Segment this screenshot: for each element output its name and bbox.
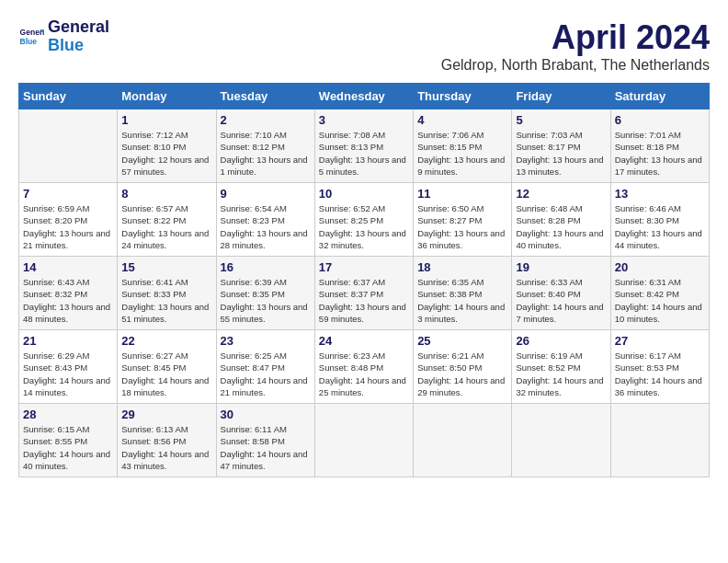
calendar-cell: 18Sunrise: 6:35 AM Sunset: 8:38 PM Dayli… (414, 257, 512, 330)
day-number: 11 (417, 187, 507, 201)
weekday-header-sunday: Sunday (19, 84, 118, 109)
calendar-table: SundayMondayTuesdayWednesdayThursdayFrid… (18, 83, 710, 477)
calendar-cell: 2Sunrise: 7:10 AM Sunset: 8:12 PM Daylig… (216, 109, 314, 183)
calendar-cell: 4Sunrise: 7:06 AM Sunset: 8:15 PM Daylig… (414, 109, 512, 183)
day-info: Sunrise: 6:23 AM Sunset: 8:48 PM Dayligh… (319, 350, 409, 398)
day-number: 19 (516, 260, 606, 274)
calendar-cell: 17Sunrise: 6:37 AM Sunset: 8:37 PM Dayli… (314, 257, 413, 330)
calendar-cell: 16Sunrise: 6:39 AM Sunset: 8:35 PM Dayli… (216, 257, 314, 330)
calendar-cell (19, 109, 118, 183)
calendar-week-1: 1Sunrise: 7:12 AM Sunset: 8:10 PM Daylig… (19, 109, 710, 183)
calendar-cell: 26Sunrise: 6:19 AM Sunset: 8:52 PM Dayli… (512, 330, 610, 404)
day-info: Sunrise: 6:48 AM Sunset: 8:28 PM Dayligh… (516, 202, 606, 251)
day-info: Sunrise: 7:06 AM Sunset: 8:15 PM Dayligh… (417, 129, 507, 178)
day-info: Sunrise: 6:33 AM Sunset: 8:40 PM Dayligh… (516, 276, 606, 325)
day-number: 21 (23, 334, 113, 348)
calendar-cell: 15Sunrise: 6:41 AM Sunset: 8:33 PM Dayli… (118, 257, 216, 330)
logo-line2: Blue (48, 37, 109, 55)
svg-text:Blue: Blue (20, 37, 38, 46)
calendar-cell: 1Sunrise: 7:12 AM Sunset: 8:10 PM Daylig… (118, 109, 216, 183)
day-info: Sunrise: 6:46 AM Sunset: 8:30 PM Dayligh… (615, 202, 705, 251)
day-number: 12 (516, 187, 606, 201)
calendar-cell (314, 404, 413, 477)
day-number: 15 (121, 260, 211, 274)
day-number: 7 (23, 187, 113, 201)
day-number: 20 (615, 260, 705, 274)
calendar-week-2: 7Sunrise: 6:59 AM Sunset: 8:20 PM Daylig… (19, 183, 710, 257)
day-info: Sunrise: 6:27 AM Sunset: 8:45 PM Dayligh… (121, 350, 211, 398)
day-info: Sunrise: 6:39 AM Sunset: 8:35 PM Dayligh… (221, 276, 311, 325)
day-info: Sunrise: 6:31 AM Sunset: 8:42 PM Dayligh… (615, 276, 705, 325)
day-number: 23 (221, 334, 311, 348)
day-info: Sunrise: 6:52 AM Sunset: 8:25 PM Dayligh… (319, 202, 409, 251)
calendar-cell: 23Sunrise: 6:25 AM Sunset: 8:47 PM Dayli… (216, 330, 314, 404)
day-info: Sunrise: 7:01 AM Sunset: 8:18 PM Dayligh… (615, 129, 705, 178)
day-number: 16 (221, 260, 311, 274)
day-info: Sunrise: 6:25 AM Sunset: 8:47 PM Dayligh… (221, 350, 311, 398)
calendar-cell: 12Sunrise: 6:48 AM Sunset: 8:28 PM Dayli… (512, 183, 610, 257)
day-number: 22 (121, 334, 211, 348)
title-area: April 2024 Geldrop, North Brabant, The N… (441, 18, 710, 74)
calendar-cell: 7Sunrise: 6:59 AM Sunset: 8:20 PM Daylig… (19, 183, 118, 257)
logo-icon: General Blue (18, 24, 44, 50)
day-info: Sunrise: 7:03 AM Sunset: 8:17 PM Dayligh… (516, 129, 606, 178)
calendar-cell: 14Sunrise: 6:43 AM Sunset: 8:32 PM Dayli… (19, 257, 118, 330)
day-info: Sunrise: 7:08 AM Sunset: 8:13 PM Dayligh… (319, 129, 409, 178)
day-info: Sunrise: 6:59 AM Sunset: 8:20 PM Dayligh… (23, 202, 113, 251)
day-number: 17 (319, 260, 409, 274)
day-number: 6 (615, 113, 705, 127)
calendar-cell (610, 404, 709, 477)
calendar-cell: 28Sunrise: 6:15 AM Sunset: 8:55 PM Dayli… (19, 404, 118, 477)
calendar-week-4: 21Sunrise: 6:29 AM Sunset: 8:43 PM Dayli… (19, 330, 710, 404)
day-info: Sunrise: 6:41 AM Sunset: 8:33 PM Dayligh… (121, 276, 211, 325)
day-number: 28 (23, 408, 113, 421)
calendar-cell: 25Sunrise: 6:21 AM Sunset: 8:50 PM Dayli… (414, 330, 512, 404)
day-number: 2 (221, 113, 311, 127)
day-number: 4 (417, 113, 507, 127)
calendar-cell: 3Sunrise: 7:08 AM Sunset: 8:13 PM Daylig… (314, 109, 413, 183)
calendar-cell (414, 404, 512, 477)
weekday-header-saturday: Saturday (610, 84, 709, 109)
day-info: Sunrise: 6:54 AM Sunset: 8:23 PM Dayligh… (221, 202, 311, 251)
day-info: Sunrise: 6:13 AM Sunset: 8:56 PM Dayligh… (121, 423, 211, 472)
day-number: 13 (615, 187, 705, 201)
calendar-week-3: 14Sunrise: 6:43 AM Sunset: 8:32 PM Dayli… (19, 257, 710, 330)
weekday-header-thursday: Thursday (414, 84, 512, 109)
day-number: 3 (319, 113, 409, 127)
calendar-cell: 22Sunrise: 6:27 AM Sunset: 8:45 PM Dayli… (118, 330, 216, 404)
calendar-cell: 24Sunrise: 6:23 AM Sunset: 8:48 PM Dayli… (314, 330, 413, 404)
calendar-cell (512, 404, 610, 477)
day-number: 29 (121, 408, 211, 421)
location-subtitle: Geldrop, North Brabant, The Netherlands (441, 57, 710, 74)
calendar-cell: 9Sunrise: 6:54 AM Sunset: 8:23 PM Daylig… (216, 183, 314, 257)
weekday-header-tuesday: Tuesday (216, 84, 314, 109)
day-number: 8 (121, 187, 211, 201)
calendar-cell: 5Sunrise: 7:03 AM Sunset: 8:17 PM Daylig… (512, 109, 610, 183)
calendar-cell: 29Sunrise: 6:13 AM Sunset: 8:56 PM Dayli… (118, 404, 216, 477)
svg-text:General: General (20, 28, 44, 37)
logo: General Blue General Blue (18, 18, 109, 55)
day-info: Sunrise: 6:57 AM Sunset: 8:22 PM Dayligh… (121, 202, 211, 251)
day-number: 18 (417, 260, 507, 274)
day-number: 30 (221, 408, 311, 421)
day-info: Sunrise: 6:19 AM Sunset: 8:52 PM Dayligh… (516, 350, 606, 398)
month-title: April 2024 (441, 18, 710, 57)
calendar-cell: 30Sunrise: 6:11 AM Sunset: 8:58 PM Dayli… (216, 404, 314, 477)
calendar-cell: 8Sunrise: 6:57 AM Sunset: 8:22 PM Daylig… (118, 183, 216, 257)
calendar-cell: 6Sunrise: 7:01 AM Sunset: 8:18 PM Daylig… (610, 109, 709, 183)
day-info: Sunrise: 6:15 AM Sunset: 8:55 PM Dayligh… (23, 423, 113, 472)
day-number: 25 (417, 334, 507, 348)
day-number: 27 (615, 334, 705, 348)
calendar-cell: 10Sunrise: 6:52 AM Sunset: 8:25 PM Dayli… (314, 183, 413, 257)
day-info: Sunrise: 7:10 AM Sunset: 8:12 PM Dayligh… (221, 129, 311, 178)
calendar-cell: 20Sunrise: 6:31 AM Sunset: 8:42 PM Dayli… (610, 257, 709, 330)
day-info: Sunrise: 6:17 AM Sunset: 8:53 PM Dayligh… (615, 350, 705, 398)
calendar-week-5: 28Sunrise: 6:15 AM Sunset: 8:55 PM Dayli… (19, 404, 710, 477)
weekday-header-monday: Monday (118, 84, 216, 109)
day-info: Sunrise: 6:29 AM Sunset: 8:43 PM Dayligh… (23, 350, 113, 398)
header: General Blue General Blue April 2024 Gel… (18, 18, 710, 74)
calendar-cell: 13Sunrise: 6:46 AM Sunset: 8:30 PM Dayli… (610, 183, 709, 257)
weekday-header-wednesday: Wednesday (314, 84, 413, 109)
day-number: 10 (319, 187, 409, 201)
day-number: 26 (516, 334, 606, 348)
